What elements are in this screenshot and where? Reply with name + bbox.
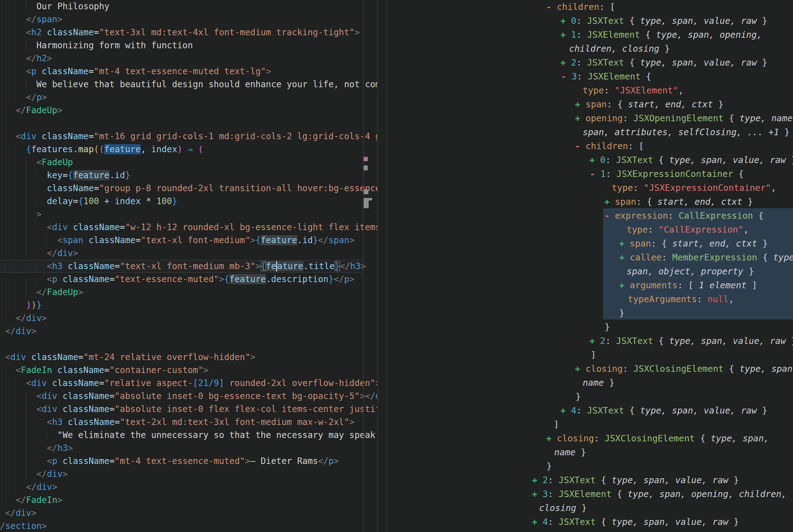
pane-divider[interactable]: [377, 0, 378, 532]
code-line[interactable]: Our Philosophy: [0, 0, 377, 13]
code-line-current[interactable]: <h3 className="text-xl font-medium mb-3"…: [0, 260, 363, 273]
indent-guide: [37, 182, 37, 195]
code-line[interactable]: </FadeIn>: [0, 494, 377, 507]
code-line[interactable]: </section>: [0, 520, 377, 532]
code-line[interactable]: </p>: [0, 91, 377, 104]
expand-icon[interactable]: +: [619, 239, 630, 249]
code-line[interactable]: </span>: [0, 13, 377, 26]
code-line[interactable]: </h2>: [0, 52, 377, 65]
code-line[interactable]: <div className="relative aspect-[21/9] r…: [0, 377, 377, 390]
ast-node-row[interactable]: + 2: JSXText { type, span, value, raw }: [387, 473, 793, 487]
ast-node-row[interactable]: + 2: JSXText { type, span, value, raw }: [387, 334, 793, 348]
code-line[interactable]: {features.map((feature, index) ⇒ (: [0, 143, 377, 156]
collapse-icon[interactable]: -: [561, 72, 572, 82]
code-line[interactable]: <h3 className="text-2xl md:text-3xl font…: [0, 416, 377, 429]
code-line[interactable]: Harmonizing form with function: [0, 39, 377, 52]
expand-icon[interactable]: +: [546, 433, 557, 443]
code-line[interactable]: </div>: [0, 468, 377, 481]
collapse-icon[interactable]: -: [604, 211, 615, 221]
ast-node-row[interactable]: + 4: JSXText { type, span, value, raw }: [387, 404, 793, 418]
code-line[interactable]: </h3>: [0, 442, 377, 455]
expand-icon[interactable]: +: [619, 280, 630, 290]
code-line[interactable]: </FadeUp>: [0, 104, 377, 117]
ast-node-row: name }: [387, 445, 793, 459]
ast-tree-pane[interactable]: - children: [+ 0: JSXText { type, span, …: [387, 0, 793, 532]
code-line[interactable]: >: [0, 208, 377, 221]
ast-node-row[interactable]: + arguments: [ 1 element ]: [387, 278, 793, 292]
collapse-icon[interactable]: -: [546, 2, 557, 12]
code-line[interactable]: </div>: [0, 325, 377, 338]
ast-node-row[interactable]: + span: { start, end, ctxt }: [387, 97, 793, 111]
code-line[interactable]: className="group p-8 rounded-2xl transit…: [0, 182, 377, 195]
expand-icon[interactable]: +: [575, 99, 585, 110]
expand-icon[interactable]: +: [589, 336, 600, 346]
code-line[interactable]: <div className="mt-16 grid grid-cols-1 m…: [0, 130, 377, 143]
code-line[interactable]: </div>: [0, 507, 377, 520]
code-line[interactable]: <FadeIn className="container-custom">: [0, 364, 377, 377]
code-line[interactable]: <div className="mt-24 relative overflow-…: [0, 351, 377, 364]
ast-node-row[interactable]: + 2: JSXText { type, span, value, raw }: [387, 56, 793, 70]
code-line[interactable]: <h2 className="text-3xl md:text-4xl font…: [0, 26, 377, 39]
ast-node-row[interactable]: + callee: MemberExpression { type,: [387, 250, 793, 264]
expand-icon[interactable]: +: [604, 197, 615, 207]
ast-node-row[interactable]: + closing: JSXClosingElement { type, spa…: [387, 362, 793, 376]
expand-icon[interactable]: +: [560, 405, 571, 416]
pane-divider[interactable]: [387, 0, 387, 532]
code-line[interactable]: <p className="text-essence-muted">{featu…: [0, 273, 377, 286]
ast-node-row[interactable]: - children: [: [387, 0, 793, 14]
code-line[interactable]: "We eliminate the unnecessary so that th…: [0, 429, 377, 442]
indent-guide: [47, 234, 47, 247]
expand-icon[interactable]: +: [619, 252, 630, 263]
code-line[interactable]: <div className="absolute inset-0 flex fl…: [0, 403, 377, 416]
code-line[interactable]: delay={100 + index * 100}: [0, 195, 377, 208]
expand-icon[interactable]: +: [532, 475, 542, 485]
indent-guide: [16, 286, 16, 299]
indent-guide: [26, 0, 26, 13]
ast-node-row[interactable]: - children: [: [387, 139, 793, 153]
minimap-block: [364, 198, 372, 201]
code-line[interactable]: We believe that beautiful design should …: [0, 78, 377, 91]
collapse-icon[interactable]: -: [575, 141, 585, 151]
expand-icon[interactable]: +: [589, 155, 600, 165]
code-line[interactable]: [0, 117, 377, 130]
expand-icon[interactable]: +: [575, 364, 585, 374]
code-line[interactable]: ))}: [0, 299, 377, 312]
source-editor-pane[interactable]: Our Philosophy </span> <h2 className="te…: [0, 0, 377, 532]
ast-node-row[interactable]: + span: { start, end, ctxt }: [387, 195, 793, 209]
code-line[interactable]: </div>: [0, 247, 377, 260]
code-line[interactable]: <p className="mt-4 text-essence-muted te…: [0, 65, 377, 78]
pane-divider[interactable]: [363, 0, 364, 532]
ast-node-row[interactable]: + 1: JSXElement { type, span, opening,: [387, 28, 793, 42]
ast-node-row[interactable]: + 0: JSXText { type, span, value, raw }: [387, 14, 793, 28]
expand-icon[interactable]: +: [560, 30, 571, 40]
ast-node-row[interactable]: + 3: JSXElement { type, span, opening, c…: [387, 487, 793, 501]
code-line[interactable]: </div>: [0, 312, 377, 325]
expand-icon[interactable]: +: [560, 58, 571, 68]
expand-icon[interactable]: +: [532, 489, 542, 499]
ast-node-row[interactable]: + closing: JSXClosingElement { type, spa…: [387, 432, 793, 445]
ast-node-row[interactable]: + opening: JSXOpeningElement { type, nam…: [387, 111, 793, 125]
expand-icon[interactable]: +: [532, 517, 542, 527]
code-line[interactable]: key={feature.id}: [0, 169, 377, 182]
code-line[interactable]: <p className="mt-4 text-essence-muted">—…: [0, 455, 377, 468]
code-line[interactable]: <FadeUp: [0, 156, 377, 169]
ast-node-row[interactable]: - 3: JSXElement {: [387, 70, 793, 83]
code-line[interactable]: <div className="w-12 h-12 rounded-xl bg-…: [0, 221, 377, 234]
ast-node-row[interactable]: + 4: JSXText { type, span, value, raw }: [387, 515, 793, 529]
code-line[interactable]: <span className="text-xl font-medium">{f…: [0, 234, 377, 247]
expand-icon[interactable]: +: [575, 113, 585, 124]
ast-node-row[interactable]: + 0: JSXText { type, span, value, raw }: [387, 153, 793, 167]
code-line[interactable]: [0, 338, 377, 351]
indent-guide: [37, 455, 37, 468]
code-line[interactable]: </div>: [0, 481, 377, 494]
ast-node-row[interactable]: - 1: JSXExpressionContainer {: [387, 167, 793, 181]
code-line[interactable]: </FadeUp>: [0, 286, 377, 299]
collapse-icon[interactable]: -: [590, 169, 600, 179]
ast-node-row: type: "CallExpression",: [387, 223, 793, 236]
ast-node-row[interactable]: - expression: CallExpression {: [387, 209, 793, 223]
ast-node-row[interactable]: + span: { start, end, ctxt }: [387, 236, 793, 250]
code-line[interactable]: <div className="absolute inset-0 bg-esse…: [0, 390, 377, 403]
ast-node-row: span, object, property }: [387, 264, 793, 278]
indent-guide: [16, 468, 16, 481]
expand-icon[interactable]: +: [560, 16, 571, 26]
